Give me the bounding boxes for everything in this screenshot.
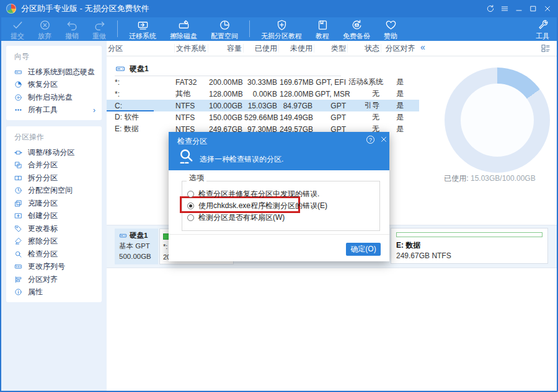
column-header[interactable]: 类型 [314, 44, 347, 53]
column-header[interactable]: 已使用 [243, 44, 278, 53]
disk-name: 硬盘1 [130, 230, 148, 241]
table-cell: 169.67MB [278, 78, 314, 87]
partition-row[interactable]: *:其他128.00MB0.00KB128.00MBGPT, MSR无是 [107, 88, 419, 100]
minimize-icon[interactable] [515, 4, 523, 13]
table-cell: 是 [381, 100, 419, 111]
menu-icon[interactable] [500, 4, 509, 13]
sidebar-section-title: 向导 [6, 49, 102, 66]
sidebar-item-dots[interactable]: 所有工具› [6, 104, 102, 117]
sidebar: 向导迁移系统到固态硬盘恢复分区制作启动光盘所有工具›分区操作调整/移动分区合并分… [1, 41, 107, 391]
toolbar-button-tools[interactable]: 工具 [529, 17, 558, 41]
dialog-option-label: 检测分区是否有坏扇区(W) [198, 212, 285, 223]
dialog-option-2[interactable]: 检测分区是否有坏扇区(W) [187, 212, 327, 224]
dialog-options: 检查分区并修复在分区中发现的错误.使用chkdsk.exe程序检测分区的错误(E… [187, 188, 327, 224]
sidebar-item-merge[interactable]: 合并分区 [6, 159, 102, 172]
close-icon[interactable] [543, 4, 552, 13]
toolbar-button-heart[interactable]: 赞助 [377, 17, 404, 41]
table-cell: NTFS [174, 113, 208, 122]
pie-icon [14, 81, 22, 89]
options-group-label: 选项 [187, 173, 206, 183]
help-icon[interactable]: ? [366, 136, 374, 144]
toolbar-button-label: 提交 [11, 32, 24, 41]
sidebar-item-label: 迁移系统到固态硬盘 [28, 67, 95, 77]
clock-icon [14, 186, 22, 194]
table-cell: 是 [381, 77, 419, 87]
sidebar-item-disc[interactable]: 制作启动光盘 [6, 91, 102, 104]
sidebar-item-create[interactable]: 创建分区 [6, 210, 102, 223]
sidebar-item-info[interactable]: 属性 [6, 286, 102, 299]
table-cell: GPT [314, 102, 347, 110]
selected-row-underline [107, 110, 154, 111]
table-cell: 是 [381, 89, 419, 99]
table-cell: 150.00GB [208, 113, 243, 122]
table-cell: 0.00KB [243, 90, 278, 98]
wrench-icon [537, 19, 549, 31]
sidebar-item-pie[interactable]: 恢复分区 [6, 79, 102, 92]
migrate-disk-icon [137, 19, 149, 31]
partition-row[interactable]: D: 软件NTFS150.00GB529.66MB149.49GBGPT无是 [107, 111, 419, 123]
partition-row[interactable]: *:FAT32200.00MB30.33MB169.67MBGPT, EFI活动… [107, 76, 419, 88]
backup-icon [351, 19, 363, 31]
sidebar-item-tag[interactable]: 更改卷标 [6, 222, 102, 235]
disk-summary-block[interactable]: 硬盘1 基本 GPT 500.00GB [115, 229, 158, 264]
table-header: « 分区文件系统容量已使用未使用类型状态分区对齐 [107, 41, 557, 56]
merge-icon [14, 161, 22, 169]
radio-selected-icon[interactable] [187, 203, 194, 209]
toolbar-button-book[interactable]: 教程 [309, 17, 336, 41]
column-header[interactable]: 分区 [107, 44, 174, 53]
split-icon [14, 174, 22, 182]
sidebar-item-clone[interactable]: 克隆分区 [6, 197, 102, 210]
disk-group-row[interactable]: 硬盘1 [107, 62, 419, 76]
column-header[interactable]: 文件系统 [174, 44, 208, 53]
table-cell: GPT [314, 113, 347, 122]
table-cell: D: 软件 [107, 112, 174, 123]
table-cell: 100.00GB [208, 102, 243, 110]
window-title: 分区助手专业版 - 无损分区免费软件 [21, 3, 149, 14]
toolbar: 提交放弃撤销重做迁移系统擦除磁盘配置空间无损分区教程教程免费备份赞助 工具 [0, 17, 558, 41]
drive-icon [14, 68, 22, 76]
toolbar-button-migrate-disk[interactable]: 迁移系统 [122, 17, 163, 41]
toolbar-button-backup[interactable]: 免费备份 [336, 17, 377, 41]
space-icon [219, 19, 231, 31]
column-header[interactable]: 状态 [347, 44, 381, 53]
sidebar-item-search[interactable]: 检查分区 [6, 248, 102, 261]
table-cell: C: [107, 102, 174, 110]
toolbar-button-space[interactable]: 配置空间 [204, 17, 245, 41]
column-header[interactable]: 分区对齐 [381, 44, 419, 53]
radio-icon[interactable] [187, 191, 194, 198]
radio-icon[interactable] [187, 214, 194, 221]
table-cell: 15.03GB [243, 102, 278, 110]
titlebar: 分区助手专业版 - 无损分区免费软件 [0, 0, 558, 17]
toolbar-button-label: 教程 [316, 32, 329, 41]
sidebar-item-drive[interactable]: 迁移系统到固态硬盘 [6, 66, 102, 79]
dialog-option-1[interactable]: 使用chkdsk.exe程序检测分区的错误(E) [187, 200, 327, 212]
dialog-option-label: 检查分区并修复在分区中发现的错误. [198, 189, 319, 199]
partition-block-info: 249.67GB NTFS [396, 251, 542, 261]
column-header[interactable]: 容量 [208, 44, 243, 53]
sidebar-item-align[interactable]: 分区对齐 [6, 273, 102, 286]
toolbar-button-erase-disk[interactable]: 擦除磁盘 [163, 17, 204, 41]
usage-label-prefix: 已使用: [444, 174, 468, 183]
sidebar-item-resize[interactable]: 调整/移动分区 [6, 146, 102, 159]
sidebar-item-serial[interactable]: 更改序列号 [6, 261, 102, 274]
partition-block-e[interactable]: E: 数据 249.67GB NTFS [391, 228, 548, 264]
table-cell: 是 [381, 112, 419, 123]
check-partition-dialog: 检查分区 ? 选择一种检查错误的分区. 选项 检查分区并修复在分区中发现的错误.… [169, 132, 389, 261]
dialog-option-0[interactable]: 检查分区并修复在分区中发现的错误. [187, 188, 327, 200]
refresh-icon[interactable] [486, 4, 495, 13]
sidebar-item-split[interactable]: 拆分分区 [6, 172, 102, 185]
maximize-icon[interactable] [529, 4, 538, 13]
layout-grid-icon[interactable] [541, 43, 551, 53]
tag-icon [14, 225, 22, 233]
toolbar-button-shield-plus[interactable]: 无损分区教程 [254, 17, 309, 41]
table-cell: 引导 [347, 100, 381, 111]
sidebar-item-wipe[interactable]: 擦除分区 [6, 235, 102, 248]
collapse-panel-button[interactable]: « [420, 42, 425, 52]
usage-bar [396, 232, 542, 237]
sidebar-item-clock[interactable]: 分配空闲空间 [6, 185, 102, 198]
ok-button[interactable]: 确定(O) [346, 243, 381, 256]
window-controls [486, 4, 558, 13]
dots-icon [14, 106, 22, 114]
dialog-close-icon[interactable] [379, 135, 388, 144]
column-header[interactable]: 未使用 [278, 44, 314, 53]
